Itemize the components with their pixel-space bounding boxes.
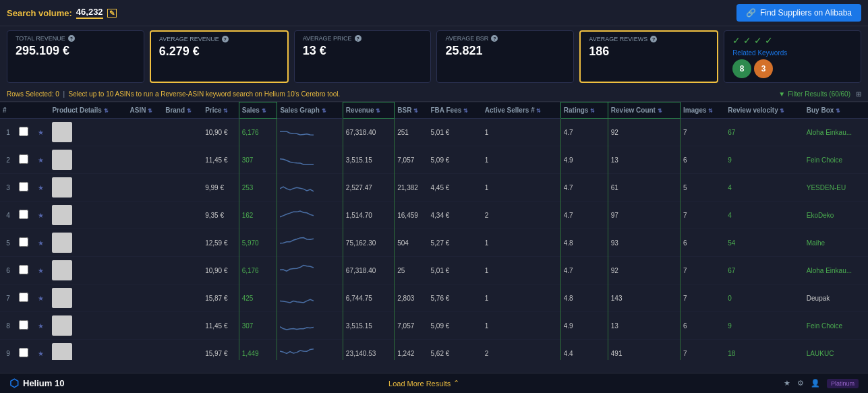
cell-buy-box: Maihe (804, 229, 868, 257)
cell-product (49, 229, 127, 257)
cell-review-velocity: 18 (725, 340, 804, 361)
check4: ✓ (765, 35, 773, 46)
cell-price: 10,90 € (202, 257, 239, 284)
cell-brand (163, 146, 202, 174)
cell-revenue: 67,318.40 (343, 257, 394, 284)
cell-review-velocity: 67 (725, 257, 804, 284)
cell-brand (163, 257, 202, 284)
cell-num: 4 (0, 202, 16, 229)
cell-buy-box: YESDEN-EU (804, 174, 868, 202)
cell-num: 7 (0, 284, 16, 312)
cell-check[interactable] (16, 119, 35, 146)
cell-buy-box: Aloha Einkau... (804, 119, 868, 146)
cell-star[interactable]: ★ (35, 284, 49, 312)
cell-check[interactable] (16, 312, 35, 340)
cell-review-velocity: 4 (725, 202, 804, 229)
toolbar-left: Rows Selected: 0 | Select up to 10 ASINs… (7, 90, 340, 98)
cell-check[interactable] (16, 284, 35, 312)
cell-review-count: 93 (608, 229, 680, 257)
cell-active: 1 (482, 229, 561, 257)
avg-reviews-info-icon[interactable]: ? (650, 36, 657, 42)
star-icon[interactable]: ★ (784, 379, 790, 388)
cell-buy-box: Aloha Einkau... (804, 257, 868, 284)
col-header-asin: ASIN ⇅ (127, 102, 163, 119)
cell-product (49, 174, 127, 202)
edit-icon[interactable]: ✎ (107, 9, 117, 18)
helium-logo-text: Helium 10 (23, 378, 64, 388)
cell-ratings: 4.7 (560, 174, 608, 202)
product-thumbnail (52, 315, 72, 336)
cell-sales: 425 (239, 284, 277, 312)
total-revenue-value: 295.109 € (16, 44, 136, 58)
helium-logo-icon: ⬡ (9, 377, 19, 390)
filter-button[interactable]: ▼ Filter Results (60/60) (778, 90, 850, 98)
cell-star[interactable]: ★ (35, 174, 49, 202)
total-revenue-info-icon[interactable]: ? (68, 35, 75, 42)
product-thumbnail (52, 177, 72, 198)
table-row: 7 ★ 15,87 € 425 6,744.75 2,803 5,76 € 1 … (0, 284, 868, 312)
product-thumbnail (52, 150, 72, 170)
badge-orange: 3 (754, 59, 773, 78)
top-bar: Search volume: 46,232 ✎ 🔗 Find Suppliers… (0, 0, 868, 26)
cell-star[interactable]: ★ (35, 202, 49, 229)
cell-star[interactable]: ★ (35, 229, 49, 257)
col-header-brand: Brand ⇅ (163, 102, 202, 119)
metric-checks: ✓ ✓ ✓ ✓ Related Keywords 8 3 (724, 30, 861, 83)
avg-price-value: 13 € (303, 44, 423, 58)
filter-icon: ▼ (778, 90, 785, 98)
avg-price-info-icon[interactable]: ? (355, 35, 361, 42)
cell-price: 9,99 € (202, 174, 239, 202)
cell-num: 2 (0, 146, 16, 174)
cell-star[interactable]: ★ (35, 312, 49, 340)
cell-fba: 5,01 € (428, 257, 482, 284)
checks-row: ✓ ✓ ✓ ✓ (732, 35, 852, 46)
settings-icon[interactable]: ⚙ (797, 379, 804, 388)
cell-asin (127, 257, 163, 284)
cell-bsr: 21,382 (395, 174, 428, 202)
cell-bsr: 7,057 (395, 312, 428, 340)
cell-star[interactable]: ★ (35, 119, 49, 146)
cell-sales: 307 (239, 312, 277, 340)
cell-check[interactable] (16, 340, 35, 361)
cell-check[interactable] (16, 257, 35, 284)
metric-avg-price: AVERAGE PRICE ? 13 € (294, 30, 432, 83)
product-thumbnail (52, 122, 72, 142)
cell-asin (127, 174, 163, 202)
cell-bsr: 1,242 (395, 340, 428, 361)
avg-revenue-info-icon[interactable]: ? (222, 36, 229, 42)
cell-check[interactable] (16, 229, 35, 257)
cell-revenue: 75,162.30 (343, 229, 394, 257)
avg-bsr-info-icon[interactable]: ? (491, 35, 498, 42)
cell-review-velocity: 67 (725, 119, 804, 146)
avg-bsr-value: 25.821 (445, 44, 565, 58)
cell-star[interactable]: ★ (35, 257, 49, 284)
table-header-row: # Product Details ⇅ ASIN ⇅ Brand ⇅ Price… (0, 102, 868, 119)
col-header-sales: Sales ⇅ (239, 102, 277, 119)
cell-sales: 162 (239, 202, 277, 229)
cell-fba: 5,76 € (428, 284, 482, 312)
metrics-row: TOTAL REVENUE ? 295.109 € AVERAGE REVENU… (0, 26, 868, 87)
cell-num: 5 (0, 229, 16, 257)
cell-graph (277, 146, 343, 174)
cell-active: 1 (482, 174, 561, 202)
cell-check[interactable] (16, 146, 35, 174)
cell-review-velocity: 0 (725, 284, 804, 312)
cell-sales: 253 (239, 174, 277, 202)
cell-product (49, 257, 127, 284)
related-keywords-link[interactable]: Related Keywords (732, 49, 787, 57)
cell-ratings: 4.4 (560, 340, 608, 361)
load-more-button[interactable]: Load More Results ⌃ (388, 379, 459, 388)
user-icon[interactable]: 👤 (811, 379, 820, 388)
cell-active: 2 (482, 202, 561, 229)
cell-images: 6 (681, 312, 726, 340)
bottom-right: ★ ⚙ 👤 Platinum (784, 379, 859, 388)
cell-check[interactable] (16, 174, 35, 202)
avg-revenue-value: 6.279 € (159, 44, 279, 59)
cell-review-velocity: 9 (725, 146, 804, 174)
cell-review-count: 92 (608, 119, 680, 146)
cell-check[interactable] (16, 202, 35, 229)
cell-star[interactable]: ★ (35, 340, 49, 361)
find-suppliers-button[interactable]: 🔗 Find Suppliers on Alibaba (736, 4, 861, 22)
cell-star[interactable]: ★ (35, 146, 49, 174)
grid-icon[interactable]: ⊞ (856, 90, 861, 98)
